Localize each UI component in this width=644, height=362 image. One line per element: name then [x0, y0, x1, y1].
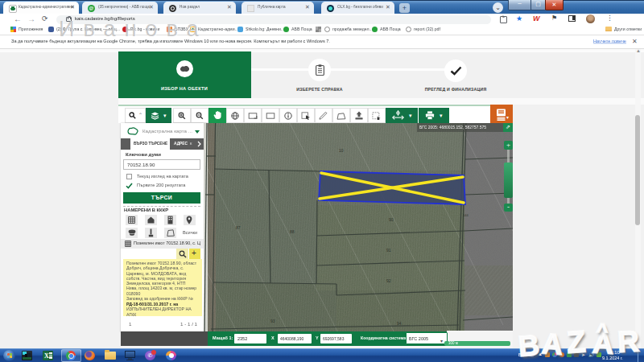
svg-text:144: 144: [463, 213, 469, 217]
svg-text:10: 10: [339, 148, 344, 153]
svg-text:93: 93: [270, 319, 275, 323]
svg-text:91: 91: [386, 248, 391, 253]
svg-text:88: 88: [290, 229, 295, 234]
svg-text:90: 90: [389, 217, 394, 222]
svg-text:92: 92: [386, 278, 391, 283]
svg-text:87: 87: [236, 225, 241, 230]
svg-text:94: 94: [397, 321, 402, 326]
